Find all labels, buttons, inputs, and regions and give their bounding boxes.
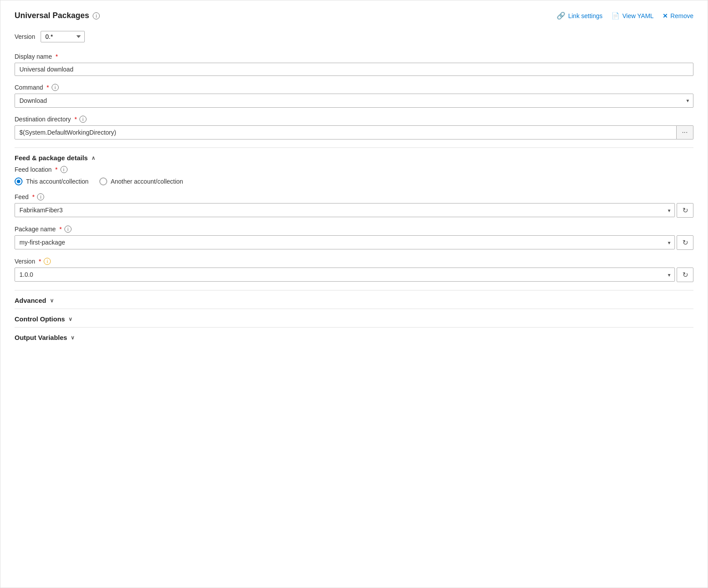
- version-field-refresh-button[interactable]: ↻: [677, 268, 693, 282]
- link-settings-icon: 🔗: [557, 11, 565, 20]
- destination-directory-browse-button[interactable]: ···: [677, 125, 693, 139]
- feed-group: Feed * i FabrikamFiber3 ▾ ↻: [15, 193, 693, 218]
- remove-icon: ✕: [663, 12, 668, 19]
- command-select[interactable]: Download Publish: [15, 94, 693, 108]
- destination-directory-input[interactable]: [15, 125, 677, 139]
- destination-directory-info-icon[interactable]: i: [79, 116, 87, 123]
- feed-location-another-account-label: Another account/collection: [111, 178, 183, 185]
- feed-select[interactable]: FabrikamFiber3: [15, 203, 675, 217]
- remove-button[interactable]: ✕ Remove: [663, 12, 693, 19]
- header-left: Universal Packages i: [15, 11, 100, 20]
- package-name-group: Package name * i my-first-package ▾ ↻: [15, 226, 693, 250]
- package-name-refresh-button[interactable]: ↻: [677, 235, 693, 250]
- destination-directory-row: ···: [15, 125, 693, 139]
- view-yaml-icon: 📄: [611, 12, 620, 20]
- title-info-icon[interactable]: i: [93, 12, 100, 19]
- display-name-required: *: [56, 53, 58, 60]
- version-field-required: *: [39, 258, 41, 265]
- feed-location-required: *: [55, 166, 57, 173]
- version-field-row: 1.0.0 ▾ ↻: [15, 268, 693, 282]
- display-name-input[interactable]: [15, 63, 693, 76]
- control-options-section-title: Control Options: [15, 315, 65, 323]
- advanced-section-title: Advanced: [15, 297, 46, 304]
- feed-location-this-account-radio[interactable]: [15, 177, 23, 185]
- remove-label: Remove: [670, 12, 693, 19]
- version-field-label: Version: [15, 258, 35, 265]
- package-name-label-row: Package name * i: [15, 226, 693, 233]
- package-name-select-wrapper: my-first-package ▾: [15, 235, 675, 250]
- output-variables-chevron-down-icon: ∨: [71, 335, 75, 341]
- display-name-group: Display name *: [15, 53, 693, 76]
- feed-location-another-account[interactable]: Another account/collection: [99, 177, 183, 185]
- header: Universal Packages i 🔗 Link settings 📄 V…: [15, 11, 693, 20]
- destination-directory-required: *: [75, 116, 77, 123]
- feed-location-this-account-dot: [17, 180, 20, 183]
- advanced-chevron-down-icon: ∨: [50, 298, 54, 304]
- version-field-select[interactable]: 1.0.0: [15, 268, 675, 282]
- version-field-label-row: Version * i: [15, 258, 693, 265]
- version-field-info-icon[interactable]: i: [44, 258, 51, 265]
- feed-required: *: [32, 193, 34, 200]
- view-yaml-label: View YAML: [622, 12, 654, 19]
- header-actions: 🔗 Link settings 📄 View YAML ✕ Remove: [557, 11, 693, 20]
- feed-location-this-account[interactable]: This account/collection: [15, 177, 89, 185]
- feed-info-icon[interactable]: i: [37, 193, 44, 200]
- destination-directory-label: Destination directory: [15, 116, 71, 123]
- command-info-icon[interactable]: i: [52, 84, 59, 91]
- command-select-wrapper: Download Publish ▾: [15, 94, 693, 108]
- advanced-section-header[interactable]: Advanced ∨: [15, 290, 693, 309]
- feed-location-label: Feed location: [15, 166, 52, 173]
- control-options-section-header[interactable]: Control Options ∨: [15, 309, 693, 327]
- version-row-label: Version: [15, 33, 35, 40]
- package-name-row: my-first-package ▾ ↻: [15, 235, 693, 250]
- version-select[interactable]: 0.* 1.* 2.*: [41, 31, 85, 42]
- version-field-select-wrapper: 1.0.0 ▾: [15, 268, 675, 282]
- package-name-info-icon[interactable]: i: [64, 226, 72, 233]
- main-container: Universal Packages i 🔗 Link settings 📄 V…: [0, 0, 708, 588]
- feed-select-wrapper: FabrikamFiber3 ▾: [15, 203, 675, 218]
- command-label: Command: [15, 84, 43, 91]
- package-name-required: *: [59, 226, 61, 233]
- link-settings-button[interactable]: 🔗 Link settings: [557, 11, 603, 20]
- page-title: Universal Packages: [15, 11, 89, 20]
- command-label-row: Command * i: [15, 84, 693, 91]
- feed-location-group: Feed location * i This account/collectio…: [15, 166, 693, 185]
- display-name-label-row: Display name *: [15, 53, 693, 60]
- feed-label: Feed: [15, 193, 29, 200]
- package-name-select[interactable]: my-first-package: [15, 235, 675, 249]
- feed-package-section-title: Feed & package details: [15, 154, 88, 162]
- control-options-chevron-down-icon: ∨: [68, 316, 72, 322]
- command-group: Command * i Download Publish ▾: [15, 84, 693, 108]
- feed-package-section-header[interactable]: Feed & package details ∧: [15, 147, 693, 166]
- command-required: *: [47, 84, 49, 91]
- feed-location-another-account-radio[interactable]: [99, 177, 107, 185]
- version-row: Version 0.* 1.* 2.*: [15, 31, 693, 42]
- feed-package-chevron-up-icon: ∧: [91, 155, 95, 161]
- link-settings-label: Link settings: [568, 12, 603, 19]
- feed-location-info-icon[interactable]: i: [60, 166, 68, 173]
- feed-row: FabrikamFiber3 ▾ ↻: [15, 203, 693, 218]
- destination-directory-group: Destination directory * i ···: [15, 116, 693, 139]
- view-yaml-button[interactable]: 📄 View YAML: [611, 12, 654, 20]
- output-variables-section-header[interactable]: Output Variables ∨: [15, 327, 693, 346]
- version-field-group: Version * i 1.0.0 ▾ ↻: [15, 258, 693, 282]
- feed-location-this-account-label: This account/collection: [26, 178, 89, 185]
- feed-label-row: Feed * i: [15, 193, 693, 200]
- feed-refresh-button[interactable]: ↻: [677, 203, 693, 218]
- destination-directory-label-row: Destination directory * i: [15, 116, 693, 123]
- output-variables-section-title: Output Variables: [15, 334, 67, 341]
- feed-location-label-row: Feed location * i: [15, 166, 693, 173]
- package-name-label: Package name: [15, 226, 56, 233]
- feed-location-options-row: This account/collection Another account/…: [15, 177, 693, 185]
- display-name-label: Display name: [15, 53, 52, 60]
